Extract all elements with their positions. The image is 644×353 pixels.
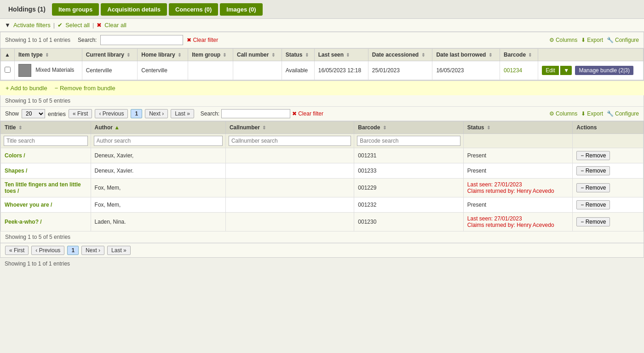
clear-icon: ✖ [97,22,102,29]
barcode-search-cell [354,134,463,148]
clear-all-link[interactable]: Clear all [104,22,126,29]
bundle-search-input[interactable] [221,109,290,118]
bundle-row-actions: − Remove [573,148,644,163]
tab-images[interactable]: Images (0) [220,3,262,16]
top-search-input[interactable] [100,35,183,45]
row-date-last-borrowed: 16/05/2023 [432,61,500,80]
barcode-link[interactable]: 001234 [504,67,522,74]
bundle-export-link[interactable]: ⬇ Export [581,110,603,117]
edit-dropdown-button[interactable]: ▼ [560,66,572,75]
gear-icon-2: ⚙ [549,110,554,117]
remove-button[interactable]: − Remove [576,200,610,209]
bundle-actions: + Add to bundle − Remove from bundle [0,81,644,95]
prev-button-bottom[interactable]: ‹ Previous [31,246,64,255]
filters-bar: ▼ Activate filters | ✔ Select all | ✖ Cl… [0,19,644,32]
remove-button[interactable]: − Remove [576,217,610,226]
th-last-seen[interactable]: Last seen ⇕ [314,49,368,61]
bundle-columns-link[interactable]: ⚙ Columns [549,110,577,117]
bth-author[interactable]: Author ▲ [91,122,225,134]
select-all-link[interactable]: Select all [65,22,90,29]
tab-item-groups[interactable]: Item groups [52,3,99,16]
top-export-link[interactable]: ⬇ Export [581,37,603,43]
top-columns-link[interactable]: ⚙ Columns [549,37,577,43]
bundle-row-callnumber [225,148,354,163]
barcode-search-input[interactable] [357,136,460,146]
bundle-table: Title ⇕ Author ▲ Callnumber ⇕ Barcode ⇕ … [0,121,644,231]
bundle-clear-filter-btn[interactable]: ✖ Clear filter [292,110,323,117]
th-home-library[interactable]: Home library ⇕ [138,49,188,61]
download-icon: ⬇ [581,37,586,43]
last-button-bottom[interactable]: Last » [107,246,131,255]
page-1-button[interactable]: 1 [131,109,142,118]
tab-acquisition-details[interactable]: Acquisition details [101,3,167,16]
next-button[interactable]: Next › [145,109,168,118]
th-status[interactable]: Status ⇕ [282,49,314,61]
top-search-label: Search: [78,37,97,43]
row-last-seen: 16/05/2023 12:18 [314,61,368,80]
prev-button[interactable]: ‹ Previous [95,109,128,118]
bundle-row-status: Last seen: 27/01/2023Claims returned by:… [463,179,572,197]
bundle-row-actions: − Remove [573,213,644,231]
bundle-row-barcode: 001231 [354,148,463,163]
bundle-row-title[interactable]: Peek-a-who? / [1,213,91,231]
pagination-search: Search: ✖ Clear filter [201,109,323,118]
next-button-bottom[interactable]: Next › [81,246,104,255]
th-item-type[interactable]: Item type ⇕ [15,49,82,61]
bundle-pagination-top: Show 10 20 50 100 entries « First ‹ Prev… [0,107,644,121]
th-date-last-borrowed[interactable]: Date last borrowed ⇕ [432,49,500,61]
bundle-row-author: Fox, Mem, [91,179,225,197]
remove-button[interactable]: − Remove [576,151,610,160]
th-call-number[interactable]: Call number ⇕ [233,49,282,61]
first-button-bottom[interactable]: « First [5,246,29,255]
bundle-row-title[interactable]: Shapes / [1,163,91,179]
last-button[interactable]: Last » [171,109,194,118]
bth-status[interactable]: Status ⇕ [463,122,572,134]
bundle-row-title[interactable]: Colors / [1,148,91,163]
holdings-tab-title[interactable]: Holdings (1) [4,3,50,16]
top-table-row: Mixed Materials Centerville Centerville … [1,61,644,80]
page-1-button-bottom[interactable]: 1 [67,246,79,255]
show-select[interactable]: 10 20 50 100 [22,109,45,118]
entries-label: entries [48,110,66,117]
bundle-row-title[interactable]: Whoever you are / [1,197,91,213]
th-item-group[interactable]: Item group ⇕ [188,49,233,61]
bth-title[interactable]: Title ⇕ [1,122,91,134]
bundle-row-actions: − Remove [573,179,644,197]
bundle-row-title[interactable]: Ten little fingers and ten little toes / [1,179,91,197]
remove-from-bundle-link[interactable]: − Remove from bundle [55,85,115,92]
th-checkbox: ▲ [1,49,15,61]
tab-concerns[interactable]: Concerns (0) [169,3,218,16]
callnumber-search-input[interactable] [229,136,351,146]
add-to-bundle-link[interactable]: + Add to bundle [6,85,47,92]
bundle-showing-bottom: Showing 1 to 5 of 5 entries [0,231,644,243]
bundle-table-row: Shapes /Deneux, Xavier.001233Present− Re… [1,163,644,179]
row-home-library: Centerville [138,61,188,80]
th-date-accessioned[interactable]: Date accessioned ⇕ [368,49,432,61]
row-status: Available [282,61,314,80]
bundle-row-author: Fox, Mem, [91,197,225,213]
bth-callnumber[interactable]: Callnumber ⇕ [225,122,354,134]
th-current-library[interactable]: Current library ⇕ [82,49,138,61]
edit-button[interactable]: Edit [542,66,559,75]
top-clear-filter-btn[interactable]: ✖ Clear filter [187,37,218,43]
row-call-number [233,61,282,80]
remove-button[interactable]: − Remove [576,183,610,192]
bth-barcode[interactable]: Barcode ⇕ [354,122,463,134]
row-checkbox[interactable] [5,67,11,73]
top-configure-link[interactable]: 🔧 Configure [607,37,639,43]
bundle-row-barcode: 001233 [354,163,463,179]
author-search-cell [91,134,225,148]
th-actions [538,49,644,61]
manage-bundle-button[interactable]: Manage bundle (2|3) [575,66,633,75]
bundle-configure-link[interactable]: 🔧 Configure [607,110,639,117]
title-search-cell [1,134,91,148]
activate-filters-link[interactable]: Activate filters [13,22,51,29]
remove-button[interactable]: − Remove [576,166,610,175]
gear-icon: ⚙ [549,37,554,43]
show-label: Show [5,110,19,117]
first-button[interactable]: « First [69,109,92,118]
author-search-input[interactable] [94,136,223,146]
bundle-row-barcode: 001229 [354,179,463,197]
title-search-input[interactable] [4,136,88,146]
th-barcode[interactable]: Barcode ⇕ [500,49,538,61]
